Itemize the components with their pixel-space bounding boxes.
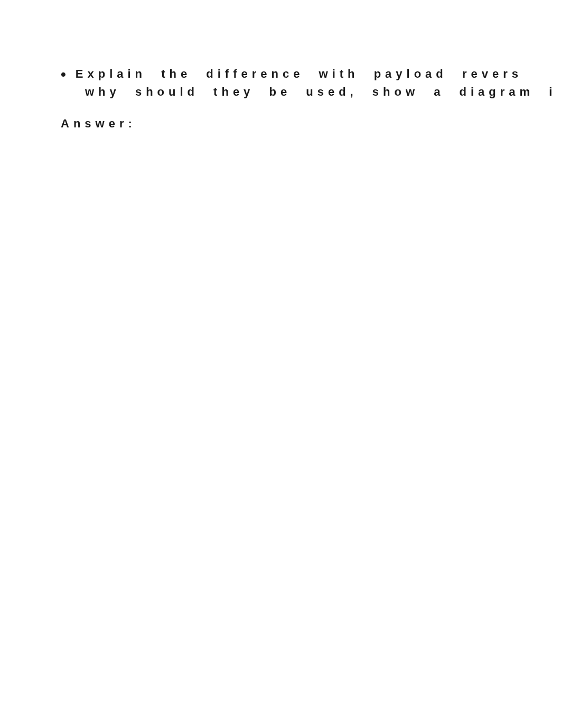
answer-label: Answer: (61, 117, 561, 131)
bullet-icon: • (61, 67, 66, 82)
question-bullet-row: • Explain the difference with payload re… (61, 66, 561, 82)
document-content: • Explain the difference with payload re… (61, 66, 561, 131)
question-line-1: Explain the difference with payload reve… (76, 66, 522, 82)
question-line-2: why should they be used, show a diagram … (85, 84, 561, 100)
